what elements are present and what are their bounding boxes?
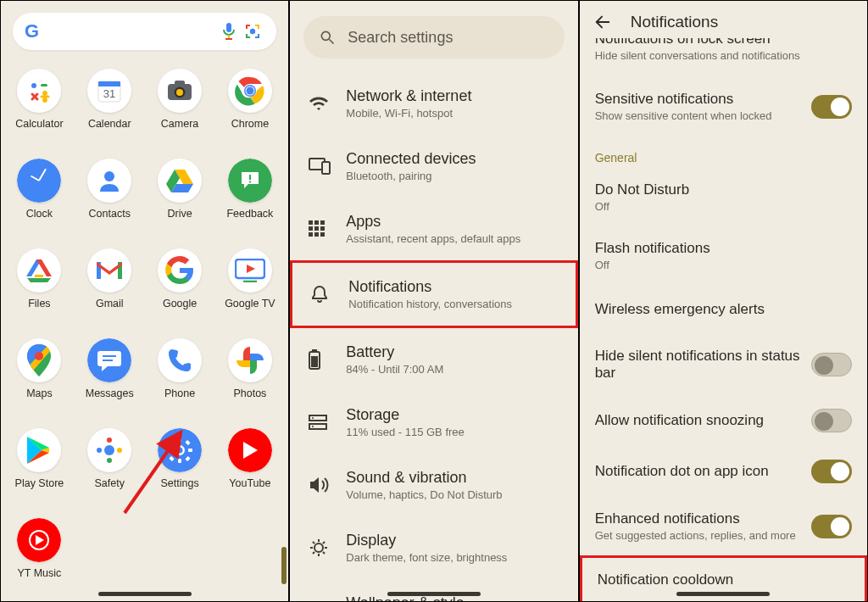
settings-item-storage[interactable]: Storage11% used - 115 GB free: [290, 391, 577, 454]
lock-screen-row[interactable]: Notifications on lock screen Hide silent…: [580, 38, 867, 77]
settings-list: Network & internetMobile, Wi-Fi, hotspot…: [290, 67, 577, 601]
svg-rect-25: [35, 275, 43, 277]
app-camera[interactable]: Camera: [145, 62, 215, 152]
app-files[interactable]: Files: [4, 242, 75, 332]
svg-rect-59: [314, 232, 319, 237]
app-clock[interactable]: Clock: [4, 152, 75, 242]
svg-rect-41: [188, 449, 192, 452]
ytmusic-icon: [17, 518, 61, 562]
google-logo: G: [25, 20, 39, 42]
notif-row-flash-notifications[interactable]: Flash notificationsOff: [580, 226, 867, 285]
app-settings[interactable]: Settings: [145, 421, 215, 511]
settings-item-display[interactable]: DisplayDark theme, font size, brightness: [290, 516, 577, 579]
app-calendar[interactable]: 31Calendar: [75, 62, 145, 152]
settings-item-battery[interactable]: Battery84% - Until 7:00 AM: [290, 328, 577, 391]
settings-search-placeholder: Search settings: [348, 29, 453, 47]
toggle[interactable]: [811, 515, 852, 538]
app-messages[interactable]: Messages: [75, 332, 145, 421]
gtv-icon: [228, 248, 272, 293]
app-label: Settings: [160, 477, 198, 489]
svg-point-16: [176, 89, 183, 96]
notif-row-wireless-emergency-alerts[interactable]: Wireless emergency alerts: [580, 285, 867, 334]
settings-item-network-internet[interactable]: Network & internetMobile, Wi-Fi, hotspot: [290, 72, 577, 135]
app-play-store[interactable]: Play Store: [4, 421, 75, 511]
gesture-nav-bar[interactable]: [387, 592, 481, 596]
app-safety[interactable]: Safety: [75, 421, 145, 511]
app-label: Photos: [233, 387, 266, 399]
section-general: General: [580, 136, 867, 168]
settings-item-notifications[interactable]: NotificationsNotification history, conve…: [290, 260, 577, 328]
svg-rect-44: [185, 440, 190, 445]
app-feedback[interactable]: Feedback: [214, 152, 285, 242]
app-phone[interactable]: Phone: [145, 332, 215, 421]
app-google[interactable]: Google: [145, 242, 215, 332]
app-contacts[interactable]: Contacts: [75, 152, 145, 242]
mic-icon[interactable]: [220, 22, 242, 41]
app-label: Google TV: [225, 298, 275, 309]
toggle[interactable]: [811, 353, 852, 376]
toggle[interactable]: [811, 460, 852, 483]
app-calculator[interactable]: Calculator: [4, 62, 75, 152]
photos-icon: [228, 338, 272, 382]
app-gmail[interactable]: Gmail: [75, 242, 145, 332]
calculator-icon: [17, 69, 61, 113]
settings-root-panel: Search settings Network & internetMobile…: [289, 0, 578, 602]
gesture-nav-bar[interactable]: [98, 592, 192, 596]
scrollbar[interactable]: [281, 547, 287, 584]
storage-icon: [309, 415, 329, 430]
maps-icon: [17, 338, 61, 382]
svg-point-22: [104, 171, 114, 181]
svg-point-21: [246, 87, 253, 95]
feedback-icon: [228, 159, 272, 203]
settings-icon: [158, 428, 202, 472]
app-photos[interactable]: Photos: [214, 332, 285, 421]
gesture-nav-bar[interactable]: [676, 592, 770, 596]
svg-line-49: [330, 40, 334, 44]
notif-row-allow-notification-snoozing[interactable]: Allow notification snoozing: [580, 395, 867, 446]
svg-point-30: [35, 352, 43, 360]
app-label: Safety: [95, 477, 125, 489]
svg-line-72: [323, 552, 325, 554]
app-label: Camera: [161, 118, 198, 130]
settings-item-wallpaper-style[interactable]: Wallpaper & styleColors, themed icons, a…: [290, 579, 577, 601]
svg-point-33: [104, 445, 114, 455]
notif-row-enhanced-notifications[interactable]: Enhanced notificationsGet suggested acti…: [580, 497, 867, 555]
app-label: Google: [163, 298, 197, 309]
app-yt-music[interactable]: YT Music: [4, 511, 75, 601]
google-searchbar[interactable]: G: [13, 13, 276, 50]
sensitive-notifications-toggle[interactable]: [811, 95, 852, 119]
chrome-icon: [228, 69, 272, 113]
settings-item-sound-vibration[interactable]: Sound & vibrationVolume, haptics, Do Not…: [290, 454, 577, 516]
notif-row-hide-silent-notifications-in-status-bar[interactable]: Hide silent notifications in status bar: [580, 334, 867, 395]
drive-icon: [158, 159, 202, 203]
back-icon[interactable]: [593, 13, 612, 31]
page-header: Notifications: [580, 1, 867, 38]
settings-item-apps[interactable]: AppsAssistant, recent apps, default apps: [290, 198, 577, 260]
app-label: Chrome: [231, 118, 269, 130]
settings-search[interactable]: Search settings: [303, 16, 564, 59]
app-label: Play Store: [15, 477, 64, 489]
app-maps[interactable]: Maps: [4, 332, 75, 421]
lens-icon[interactable]: [242, 21, 264, 42]
app-chrome[interactable]: Chrome: [214, 62, 285, 152]
svg-point-37: [97, 448, 102, 453]
page-title: Notifications: [631, 13, 719, 31]
play-icon: [17, 428, 61, 472]
notifications-list: Notifications on lock screen Hide silent…: [580, 38, 867, 601]
app-drive[interactable]: Drive: [145, 152, 215, 242]
app-drawer-panel: G Calculator31CalendarCameraChromeClockC…: [0, 0, 289, 602]
toggle[interactable]: [811, 409, 852, 432]
sensitive-notifications-row[interactable]: Sensitive notifications Show sensitive c…: [580, 77, 867, 136]
notif-row-notification-dot-on-app-icon[interactable]: Notification dot on app icon: [580, 446, 867, 497]
notif-row-do-not-disturb[interactable]: Do Not DisturbOff: [580, 168, 867, 226]
svg-point-48: [322, 31, 331, 40]
search-icon: [319, 29, 336, 46]
app-google-tv[interactable]: Google TV: [214, 242, 285, 332]
messages-icon: [87, 338, 131, 382]
apps-icon: [309, 220, 329, 237]
settings-item-connected-devices[interactable]: Connected devicesBluetooth, pairing: [290, 135, 577, 198]
svg-rect-52: [309, 220, 313, 225]
app-label: Calculator: [15, 118, 63, 130]
app-youtube[interactable]: YouTube: [214, 421, 285, 511]
svg-rect-53: [314, 220, 319, 225]
